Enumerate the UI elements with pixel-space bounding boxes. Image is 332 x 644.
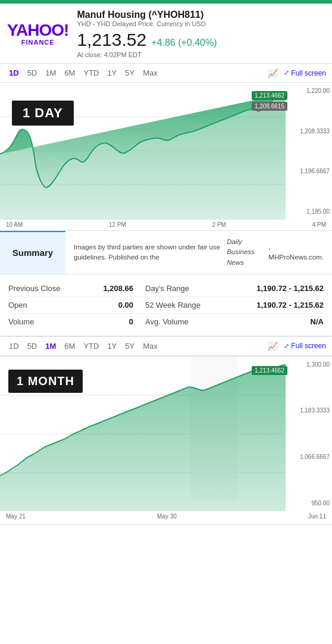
tab-1m[interactable]: 1M (42, 67, 59, 79)
x-label-jun11: Jun 11 (308, 513, 326, 520)
value-days-range: 1,190.72 - 1,215.62 (211, 284, 324, 293)
tab-5y[interactable]: 5Y (122, 67, 137, 79)
chart-y-axis-1m: 1,300.00 1,183.3333 1,066.6667 950.00 (287, 357, 332, 511)
fullscreen-button-bottom[interactable]: ⤢ Full screen (284, 342, 326, 350)
header-section: YAHOO! FINANCE Manuf Housing (^YHOH811) … (0, 4, 332, 64)
tab-1y-bottom[interactable]: 1Y (104, 340, 120, 352)
x-label-12pm: 12 PM (109, 221, 126, 228)
finance-text: FINANCE (7, 39, 68, 46)
x-label-10am: 10 AM (6, 221, 23, 228)
x-label-may30: May 30 (157, 513, 177, 520)
day-label: 1 DAY (12, 101, 74, 126)
chart-y-axis-1d: 1,220.00 1,208.3333 1,196.6667 1,185.00 (287, 83, 332, 220)
fullscreen-label: Full screen (291, 69, 326, 77)
label-prev-close: Previous Close (8, 284, 86, 293)
y-label-1m-3: 1,066.6667 (290, 454, 330, 460)
label-52week-range: 52 Week Range (145, 301, 211, 310)
stock-data-table: Previous Close 1,208.66 Day's Range 1,19… (0, 274, 332, 336)
tab-ytd[interactable]: YTD (80, 67, 102, 79)
chart-tabs-1d: 1D 5D 1M 6M YTD 1Y 5Y Max 📈 ⤢ Full scree… (0, 64, 332, 83)
yahoo-logo: YAHOO! FINANCE (7, 22, 68, 46)
price-tooltip-1m: 1,213.4662 (252, 366, 287, 375)
fullscreen-label-bottom: Full screen (291, 342, 326, 350)
chart-1m-svg-area: 1 MONTH (0, 357, 287, 511)
y-label-1: 1,220.00 (290, 87, 330, 94)
y-label-2: 1,208.3333 (290, 128, 330, 135)
fullscreen-button[interactable]: ⤢ Full screen (284, 69, 326, 77)
stock-info: Manuf Housing (^YHOH811) YHD - YHD Delay… (77, 10, 325, 58)
value-avg-volume: N/A (211, 317, 324, 326)
price-change: +4.86 (+0.40%) (151, 37, 217, 48)
chart-type-icon-bottom[interactable]: 📈 (268, 341, 278, 351)
label-volume: Volume (8, 317, 86, 326)
tab-max[interactable]: Max (140, 67, 161, 79)
tab-6m-bottom[interactable]: 6M (61, 340, 78, 352)
value-volume: 0 (86, 317, 145, 326)
y-label-1m-4: 950.00 (290, 500, 330, 507)
month-label: 1 MONTH (8, 370, 83, 393)
summary-section: Summary Images by third parties are show… (0, 231, 332, 274)
y-label-3: 1,196.6667 (290, 168, 330, 174)
tab-1d[interactable]: 1D (6, 67, 22, 79)
label-avg-volume: Avg. Volume (145, 317, 211, 326)
chart-type-icon[interactable]: 📈 (268, 68, 278, 78)
value-open: 0.00 (86, 301, 145, 310)
price-time: At close: 4:02PM EDT (77, 51, 325, 58)
x-label-4pm: 4 PM (312, 221, 326, 228)
y-label-1m-2: 1,183.3333 (290, 407, 330, 414)
chart-svg-area: 1 DAY 1 (0, 83, 287, 220)
chart-1d-area: 1 DAY 1 (0, 83, 332, 220)
fullscreen-icon: ⤢ (284, 69, 289, 77)
tab-ytd-bottom[interactable]: YTD (80, 340, 102, 352)
chart-1d-container: 1 DAY 1 (0, 83, 332, 231)
tab-5y-bottom[interactable]: 5Y (122, 340, 137, 352)
price-tooltip-current: 1,213.4662 (252, 91, 287, 100)
summary-tab[interactable]: Summary (0, 231, 65, 274)
label-days-range: Day's Range (145, 284, 211, 293)
y-label-4: 1,185.00 (290, 208, 330, 215)
tab-1d-bottom[interactable]: 1D (6, 340, 22, 352)
chart-1m-container: 1 MONTH (0, 356, 332, 525)
chart-1m-area: 1 MONTH (0, 357, 332, 511)
chart-x-axis-1m: May 21 May 30 Jun 11 (0, 511, 332, 524)
x-label-2pm: 2 PM (212, 221, 226, 228)
fullscreen-icon-bottom: ⤢ (284, 342, 289, 350)
label-open: Open (8, 301, 86, 310)
stock-name: Manuf Housing (^YHOH811) (77, 10, 325, 20)
yahoo-text: YAHOO! (7, 22, 68, 39)
tab-max-bottom[interactable]: Max (140, 340, 161, 352)
data-row-2: Open 0.00 52 Week Range 1,190.72 - 1,215… (8, 297, 324, 314)
price-row: 1,213.52 +4.86 (+0.40%) (77, 30, 325, 50)
data-row-3: Volume 0 Avg. Volume N/A (8, 314, 324, 330)
tab-6m[interactable]: 6M (61, 67, 78, 79)
price-tooltip-prev: 1,208.6615 (252, 102, 287, 111)
value-52week-range: 1,190.72 - 1,215.62 (211, 301, 324, 310)
data-row-1: Previous Close 1,208.66 Day's Range 1,19… (8, 280, 324, 297)
tab-5d-bottom[interactable]: 5D (24, 340, 40, 352)
tab-1m-bottom[interactable]: 1M (42, 340, 59, 352)
stock-subtitle: YHD - YHD Delayed Price. Currency in USD (77, 20, 325, 27)
value-prev-close: 1,208.66 (86, 284, 145, 293)
summary-notice: Images by third parties are shown under … (65, 231, 332, 274)
price-main: 1,213.52 (77, 30, 146, 50)
chart-x-axis-1d: 10 AM 12 PM 2 PM 4 PM (0, 220, 332, 230)
tab-5d[interactable]: 5D (24, 67, 40, 79)
chart-tabs-1m: 1D 5D 1M 6M YTD 1Y 5Y Max 📈 ⤢ Full scree… (0, 336, 332, 356)
tab-1y[interactable]: 1Y (104, 67, 120, 79)
y-label-1m-1: 1,300.00 (290, 361, 330, 368)
x-label-may21: May 21 (6, 513, 26, 520)
